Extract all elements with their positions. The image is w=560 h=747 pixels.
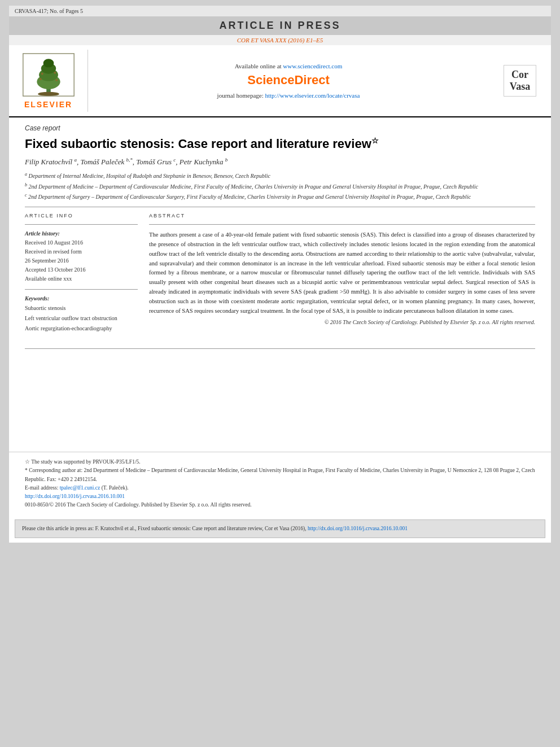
right-column: ABSTRACT The authors present a case of a… xyxy=(149,213,535,339)
article-in-press-bar: ARTICLE IN PRESS xyxy=(9,16,551,35)
keywords-title: Keywords: xyxy=(25,295,138,302)
main-content: Case report Fixed subaortic stenosis: Ca… xyxy=(9,117,551,452)
email-link[interactable]: tpalec@lf1.cuni.cz xyxy=(60,485,100,491)
corvasa-logo: Cor Vasa xyxy=(489,50,551,112)
abstract-text: The authors present a case of a 40-year-… xyxy=(149,230,535,316)
svg-point-5 xyxy=(43,59,54,67)
article-id: CRVASA-417; No. of Pages 5 xyxy=(15,8,83,14)
affiliations: a Department of Internal Medicine, Hospi… xyxy=(25,171,535,201)
divider-bottom xyxy=(25,348,535,349)
available-online-text: Available online at www.sciencedirect.co… xyxy=(235,63,343,69)
svg-point-1 xyxy=(38,92,59,97)
abstract-section-label: ABSTRACT xyxy=(149,213,535,219)
svg-point-9 xyxy=(54,72,56,74)
journal-homepage-link[interactable]: http://www.elsevier.com/locate/crvasa xyxy=(265,92,360,99)
doi-link[interactable]: http://dx.doi.org/10.1016/j.crvasa.2016.… xyxy=(25,493,125,499)
citation-bar: Please cite this article in press as: F.… xyxy=(15,519,545,538)
corvasa-title-line1: Cor xyxy=(510,69,530,81)
svg-point-6 xyxy=(40,78,42,80)
article-info-section-label: ARTICLE INFO xyxy=(25,213,138,219)
article-history-title: Article history: xyxy=(25,230,138,237)
available-online-link[interactable]: www.sciencedirect.com xyxy=(283,63,342,69)
page: CRVASA-417; No. of Pages 5 ARTICLE IN PR… xyxy=(9,6,551,543)
corresponding-note: * Corresponding author at: 2nd Departmen… xyxy=(25,466,535,483)
divider-abstract xyxy=(149,224,535,225)
cor-et-vasa-subtitle: COR ET VASA XXX (2016) E1–E5 xyxy=(9,35,551,45)
elsevier-tree-icon xyxy=(20,53,77,98)
header-area: ELSEVIER Available online at www.science… xyxy=(9,45,551,117)
elsevier-tree-container xyxy=(20,53,77,98)
citation-doi-link[interactable]: http://dx.doi.org/10.1016/j.crvasa.2016.… xyxy=(308,526,408,531)
article-received: Received 10 August 2016 Received in revi… xyxy=(25,238,138,283)
header-middle: Available online at www.sciencedirect.co… xyxy=(88,50,489,112)
left-column: ARTICLE INFO Article history: Received 1… xyxy=(25,213,138,339)
elsevier-logo: ELSEVIER xyxy=(9,50,88,112)
article-title: Fixed subaortic stenosis: Case report an… xyxy=(25,136,535,152)
footnotes: ☆ The study was supported by PRVOUK-P35/… xyxy=(9,452,551,515)
email-note: E-mail address: tpalec@lf1.cuni.cz (T. P… xyxy=(25,484,535,492)
divider-info xyxy=(25,224,138,225)
two-column-section: ARTICLE INFO Article history: Received 1… xyxy=(25,213,535,339)
divider-1 xyxy=(25,207,535,207)
issn-line: 0010-8650/© 2016 The Czech Society of Ca… xyxy=(25,501,535,509)
elsevier-text: ELSEVIER xyxy=(24,100,72,109)
affiliation-b: b 2nd Department of Medicine – Departmen… xyxy=(25,182,535,191)
keywords-section: Keywords: Subaortic stenosis Left ventri… xyxy=(25,295,138,334)
top-banner: CRVASA-417; No. of Pages 5 xyxy=(9,6,551,16)
journal-homepage-text: journal homepage: http://www.elsevier.co… xyxy=(217,92,360,99)
keywords-list: Subaortic stenosis Left ventricular outf… xyxy=(25,303,138,334)
copyright-text: © 2016 The Czech Society of Cardiology. … xyxy=(149,319,535,325)
blank-section xyxy=(25,355,535,445)
divider-keywords xyxy=(25,289,138,290)
authors-line: Filip Kratochvíl a, Tomáš Paleček b,*, T… xyxy=(25,157,535,167)
affiliation-a: a Department of Internal Medicine, Hospi… xyxy=(25,171,535,180)
corvasa-title-line2: Vasa xyxy=(510,81,530,93)
doi-line: http://dx.doi.org/10.1016/j.crvasa.2016.… xyxy=(25,492,535,501)
sciencedirect-logo: ScienceDirect xyxy=(247,73,330,88)
affiliation-c: c 2nd Department of Surgery – Department… xyxy=(25,192,535,201)
svg-point-7 xyxy=(55,79,58,81)
article-history: Article history: Received 10 August 2016… xyxy=(25,230,138,283)
article-type-label: Case report xyxy=(25,124,535,132)
corvasa-box: Cor Vasa xyxy=(504,65,536,97)
svg-point-8 xyxy=(41,73,43,75)
star-note: ☆ The study was supported by PRVOUK-P35/… xyxy=(25,458,535,466)
